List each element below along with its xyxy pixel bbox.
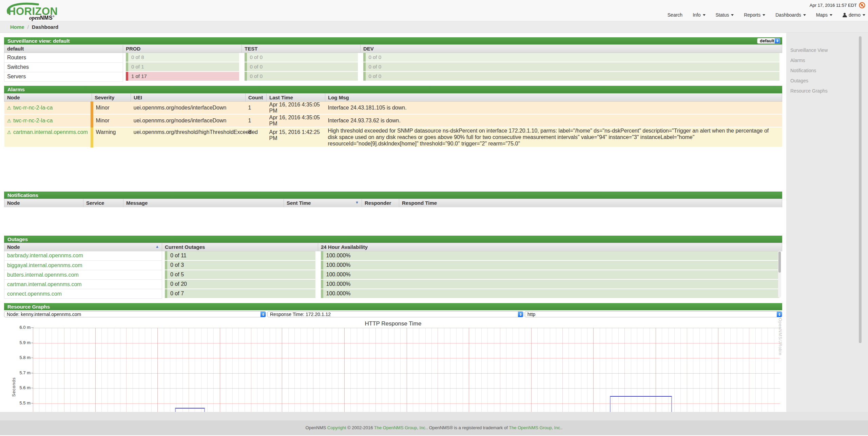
outage-availability: 100.000% <box>321 280 779 289</box>
y-axis-tick: 5.5 m <box>7 400 31 405</box>
outage-current: 0 of 20 <box>165 280 315 289</box>
outages-table: Node▲ Current Outages 24 Hour Availabili… <box>4 243 782 299</box>
opennms-dashboard-page: HORIZON openNMS® Apr 17, 2016 11:57 EDT … <box>0 0 868 436</box>
chevron-down-icon <box>763 14 765 16</box>
sv-cell-servers-dev[interactable]: 0 of 0 <box>363 72 779 81</box>
sv-col-prod[interactable]: PROD <box>123 45 242 53</box>
alarms-panel-heading: Alarms <box>4 86 782 93</box>
sv-col-dev[interactable]: DEV <box>361 45 782 53</box>
nav-info[interactable]: Info <box>693 12 705 18</box>
dashboard-content: Surveillance view: default default defau… <box>0 33 786 412</box>
notifications-table: Node Service Message Sent Time▼ Responde… <box>4 199 782 207</box>
outage-node-link[interactable]: cartman.internal.opennms.com <box>7 281 82 287</box>
outage-row: biggayal.internal.opennms.com 0 of 3 100… <box>4 261 782 270</box>
alarm-lasttime: Apr 15, 2016 1:42:25 PM <box>267 127 325 147</box>
sv-cell-routers-prod[interactable]: 0 of 8 <box>126 53 239 62</box>
alarms-col-count[interactable]: Count <box>246 93 267 101</box>
alarm-uei: uei.opennms.org/nodes/interfaceDown <box>131 114 246 127</box>
footer-group-link[interactable]: The OpenNMS Group, Inc. <box>509 425 561 430</box>
sidebar-item-notifications[interactable]: Notifications <box>786 65 868 76</box>
table-row: Switches 0 of 1 0 of 0 0 of 0 <box>4 62 782 72</box>
outage-row: cartman.internal.opennms.com 0 of 20 100… <box>4 280 782 289</box>
footer-group-link[interactable]: The OpenNMS Group, Inc. <box>374 425 427 430</box>
sv-cell-switches-dev[interactable]: 0 of 0 <box>363 62 779 71</box>
resource-select[interactable]: Response Time: 172.20.1.12 <box>267 311 523 317</box>
sidebar-item-resource-graphs[interactable]: Resource Graphs <box>786 86 868 96</box>
sv-cell-routers-dev[interactable]: 0 of 0 <box>363 53 779 62</box>
alarm-node-link[interactable]: twc-rr-nc-2-la-ca <box>13 105 53 111</box>
nav-reports[interactable]: Reports <box>744 12 765 18</box>
surveillance-table: default PROD TEST DEV Routers 0 of 8 0 o… <box>4 44 782 82</box>
main-nav: Search Info Status Reports Dashboards Ma… <box>668 12 865 18</box>
chevron-down-icon <box>830 14 832 16</box>
right-sidebar: Surveillance View Alarms Notifications O… <box>786 33 868 412</box>
page-bottom-band <box>0 412 868 420</box>
alarm-lasttime: Apr 16, 2016 4:35:05 PM <box>267 101 325 114</box>
outages-scrollbar[interactable] <box>778 251 781 298</box>
sidebar-item-surveillance-view[interactable]: Surveillance View <box>786 45 868 55</box>
alarm-severity: Minor <box>92 101 131 114</box>
surveillance-panel: Surveillance view: default default defau… <box>4 37 782 82</box>
notif-col-service[interactable]: Service <box>83 199 123 207</box>
outages-col-node[interactable]: Node▲ <box>4 243 162 251</box>
nav-status[interactable]: Status <box>716 12 734 18</box>
sidebar-item-alarms[interactable]: Alarms <box>786 55 868 65</box>
notif-col-senttime[interactable]: Sent Time▼ <box>284 199 362 207</box>
footer-copyright-link[interactable]: Copyright <box>327 425 346 430</box>
chart-title: HTTP Response Time <box>4 320 782 327</box>
alarms-col-lasttime[interactable]: Last Time <box>267 93 325 101</box>
sv-col-test[interactable]: TEST <box>242 45 361 53</box>
logo-subtitle: openNMS® <box>29 15 55 21</box>
horizon-logo[interactable]: HORIZON openNMS® <box>5 1 69 20</box>
notif-col-node[interactable]: Node <box>4 199 83 207</box>
sv-cell-switches-test[interactable]: 0 of 0 <box>245 62 358 71</box>
nav-maps[interactable]: Maps <box>816 12 832 18</box>
outages-col-current[interactable]: Current Outages <box>162 243 318 251</box>
outage-node-link[interactable]: connect.opennms.com <box>7 291 62 297</box>
alarm-node-link[interactable]: twc-rr-nc-2-la-ca <box>13 118 53 123</box>
outage-current: 0 of 11 <box>165 251 315 260</box>
sidebar-item-outages[interactable]: Outages <box>786 76 868 86</box>
page-footer: OpenNMS Copyright © 2002-2016 The OpenNM… <box>0 420 868 435</box>
user-icon <box>843 13 847 17</box>
outages-panel: Outages Node▲ Current Outages 24 Hour Av… <box>4 236 782 299</box>
top-header: HORIZON openNMS® Apr 17, 2016 11:57 EDT … <box>0 0 868 21</box>
alarms-col-severity[interactable]: Severity <box>92 93 131 101</box>
current-datetime: Apr 17, 2016 11:57 EDT <box>810 3 857 8</box>
resource-graphs-panel-heading: Resource Graphs <box>4 303 782 310</box>
header-datetime-area: Apr 17, 2016 11:57 EDT <box>810 2 865 8</box>
page-scrollbar-thumb[interactable] <box>859 36 862 343</box>
graph-select[interactable]: http <box>525 311 782 317</box>
alarm-node-link[interactable]: cartman.internal.opennms.com <box>13 129 88 135</box>
sv-cell-servers-prod[interactable]: 1 of 17 <box>126 72 239 81</box>
surveillance-view-select[interactable]: default <box>757 38 780 44</box>
notif-col-responder[interactable]: Responder <box>362 199 399 207</box>
alarms-col-logmsg[interactable]: Log Msg <box>325 93 782 101</box>
alarms-col-uei[interactable]: UEI <box>131 93 246 101</box>
nav-user-menu[interactable]: demo <box>843 12 865 18</box>
alarm-logmsg: High threshold exceeded for SNMP datasou… <box>325 127 782 147</box>
nav-dashboards[interactable]: Dashboards <box>775 12 806 18</box>
alarm-count: 1 <box>246 114 267 127</box>
alarms-col-node[interactable]: Node <box>4 93 92 101</box>
node-select[interactable]: Node: kenny.internal.opennms.com <box>4 311 266 317</box>
y-axis-tick: 5.8 m <box>7 355 31 360</box>
chart-plot-area <box>33 328 780 415</box>
outage-node-link[interactable]: butters.internal.opennms.com <box>7 272 79 278</box>
sv-cell-servers-test[interactable]: 0 of 0 <box>245 72 358 81</box>
outage-node-link[interactable]: biggayal.internal.opennms.com <box>7 262 82 268</box>
sv-cell-routers-test[interactable]: 0 of 0 <box>245 53 358 62</box>
outages-panel-heading: Outages <box>4 236 782 243</box>
outages-col-availability[interactable]: 24 Hour Availability <box>318 243 782 251</box>
sv-col-default[interactable]: default <box>4 45 123 53</box>
notif-col-message[interactable]: Message <box>123 199 284 207</box>
sv-row-label: Servers <box>4 72 123 81</box>
nav-search[interactable]: Search <box>668 12 682 18</box>
outage-node-link[interactable]: barbrady.internal.opennms.com <box>7 253 83 258</box>
breadcrumb-home-link[interactable]: Home <box>10 24 24 30</box>
sv-cell-switches-prod[interactable]: 0 of 1 <box>126 62 239 71</box>
outage-row: connect.opennms.com 0 of 7 100.000% <box>4 289 782 299</box>
chevron-down-icon <box>731 14 734 16</box>
notif-col-respondtime[interactable]: Respond Time <box>399 199 782 207</box>
sort-ascending-icon: ▲ <box>155 244 159 249</box>
